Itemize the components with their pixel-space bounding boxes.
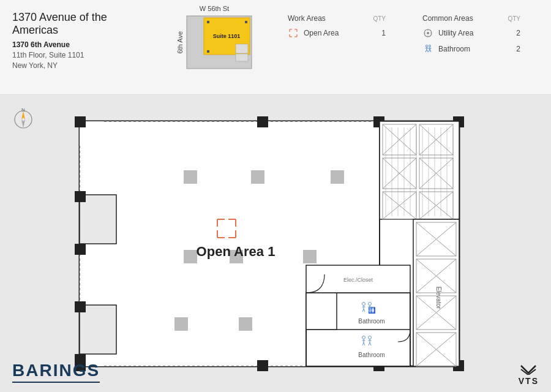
svg-marker-33	[21, 119, 25, 128]
footer-left: BARINGS	[12, 361, 100, 383]
building-name: 1370 Avenue of the Americas	[12, 11, 147, 37]
svg-line-29	[429, 49, 430, 52]
footer-right: VTS	[519, 364, 539, 386]
common-area-item-bathroom: Bathroom 2	[422, 43, 520, 55]
address-line3: New York, NY	[12, 61, 147, 71]
mini-map: W 56th St 6th Ave Suite 1101	[165, 5, 263, 70]
common-area-item-utility: Utility Area 2	[422, 28, 520, 39]
common-areas-section: Common Areas QTY Utility Area 2	[422, 14, 520, 59]
svg-rect-52	[257, 360, 268, 371]
floor-plan-svg: Open Area 1	[73, 115, 478, 372]
common-areas-header: Common Areas QTY	[422, 14, 520, 23]
mini-floor-map-svg: Suite 1101	[186, 15, 253, 70]
common-areas-title: Common Areas	[422, 14, 473, 23]
svg-rect-3	[236, 44, 248, 53]
svg-rect-55	[184, 170, 197, 184]
compass-n-label: N	[21, 107, 25, 113]
svg-line-30	[430, 49, 431, 52]
svg-rect-44	[257, 116, 268, 127]
svg-rect-7	[207, 50, 209, 53]
bathroom-icon	[422, 43, 433, 55]
svg-text:Suite 1101: Suite 1101	[212, 33, 240, 39]
bathroom-qty: 2	[516, 45, 520, 53]
vts-text: VTS	[519, 376, 539, 386]
work-areas-header: Work Areas QTY	[288, 14, 386, 23]
svg-point-17	[427, 32, 429, 34]
svg-rect-43	[75, 116, 86, 127]
common-areas-qty-label: QTY	[508, 15, 520, 22]
vts-chevron-icon	[519, 364, 538, 375]
svg-line-26	[427, 50, 428, 52]
header: 1370 Avenue of the Americas 1370 6th Ave…	[0, 0, 551, 95]
svg-rect-49	[75, 301, 86, 312]
main-content: N	[0, 95, 551, 392]
svg-text:Bathroom: Bathroom	[358, 352, 384, 358]
svg-point-27	[429, 45, 431, 47]
svg-rect-63	[239, 317, 252, 331]
open-area-label: Open Area	[304, 29, 375, 37]
address-line1: 1370 6th Avenue	[12, 40, 147, 49]
svg-rect-6	[245, 21, 247, 23]
utility-area-qty: 2	[516, 29, 520, 37]
street-label: W 56th St	[200, 5, 229, 12]
svg-rect-47	[75, 191, 86, 202]
svg-rect-61	[303, 250, 317, 263]
svg-rect-4	[236, 54, 248, 61]
svg-rect-57	[331, 170, 344, 184]
utility-icon	[422, 28, 433, 39]
svg-rect-62	[174, 317, 188, 331]
svg-rect-56	[251, 170, 264, 184]
open-area-qty: 1	[381, 29, 386, 37]
svg-text:Open Area 1: Open Area 1	[197, 244, 276, 259]
compass: N	[12, 107, 34, 129]
work-areas-qty-label: QTY	[373, 15, 386, 22]
svg-rect-5	[207, 21, 209, 23]
svg-rect-121	[306, 293, 337, 330]
areas-legend: Work Areas QTY Open Area	[288, 14, 520, 59]
barings-logo: BARINGS	[12, 361, 100, 383]
address-line2: 11th Floor, Suite 1101	[12, 50, 147, 61]
expand-icon	[288, 28, 299, 39]
svg-rect-48	[75, 244, 86, 255]
svg-text:Elec./Closet: Elec./Closet	[343, 277, 373, 283]
svg-point-22	[426, 45, 428, 47]
utility-area-label: Utility Area	[438, 29, 510, 37]
svg-rect-59	[184, 250, 197, 263]
work-areas-section: Work Areas QTY Open Area	[288, 14, 386, 59]
vts-logo: VTS	[519, 364, 539, 386]
svg-text:Bathroom: Bathroom	[358, 318, 384, 325]
side-label: 6th Ave	[176, 31, 184, 54]
address-block: 1370 Avenue of the Americas 1370 6th Ave…	[12, 11, 147, 71]
bathroom-label: Bathroom	[438, 45, 510, 53]
work-areas-title: Work Areas	[288, 14, 326, 23]
svg-text:Elevator: Elevator	[435, 286, 442, 309]
work-area-item-0: Open Area 1	[288, 28, 386, 39]
